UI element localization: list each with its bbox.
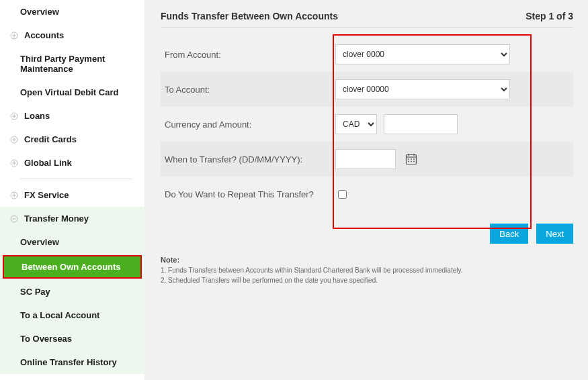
sidebar-item-label: Credit Cards — [24, 134, 77, 144]
svg-point-25 — [411, 161, 412, 162]
sidebar-item-label: To a Local Account — [20, 310, 99, 320]
label-repeat-transfer: Do You Want to Repeat This Transfer? — [161, 189, 335, 199]
plus-circle-icon — [9, 191, 19, 200]
date-input[interactable] — [335, 149, 396, 169]
row-from-account: From Account: clover 0000 — [161, 37, 573, 72]
sidebar-item-label: Third Party Payment Maintenance — [20, 54, 135, 74]
sidebar-separator — [20, 179, 132, 179]
main-content: Funds Transfer Between Own Accounts Step… — [144, 0, 588, 380]
sidebar-item-sc-pay[interactable]: SC Pay — [0, 280, 144, 303]
sidebar: Overview Accounts Third Party Payment Ma… — [0, 0, 144, 380]
currency-select[interactable]: CAD — [335, 114, 377, 134]
sidebar-item-tm-overview[interactable]: Overview — [0, 230, 144, 254]
sidebar-item-between-own-accounts[interactable]: Between Own Accounts — [3, 255, 142, 279]
row-when-transfer: When to Transfer? (DD/MM/YYYY): — [161, 142, 573, 177]
sidebar-item-open-vdc[interactable]: Open Virtual Debit Card — [0, 81, 144, 104]
next-button[interactable]: Next — [536, 224, 573, 244]
notes-block: Note: 1. Funds Transfers between Account… — [161, 256, 573, 284]
row-repeat-transfer: Do You Want to Repeat This Transfer? — [161, 177, 573, 211]
sidebar-item-label: Overview — [20, 7, 59, 17]
sidebar-transfer-section: Transfer Money Overview Between Own Acco… — [0, 207, 144, 374]
to-account-select[interactable]: clover 00000 — [335, 79, 510, 99]
sidebar-item-label: Loans — [24, 111, 50, 121]
note-line-2: 2. Scheduled Transfers will be performed… — [161, 277, 573, 284]
notes-title: Note: — [161, 256, 573, 264]
sidebar-item-label: Accounts — [24, 30, 64, 40]
minus-circle-icon — [9, 214, 19, 224]
back-button[interactable]: Back — [490, 224, 528, 244]
amount-input[interactable] — [384, 114, 458, 134]
svg-point-21 — [408, 158, 409, 160]
sidebar-item-overview[interactable]: Overview — [0, 0, 144, 23]
page-header: Funds Transfer Between Own Accounts Step… — [161, 11, 573, 28]
label-when-transfer: When to Transfer? (DD/MM/YYYY): — [161, 154, 335, 164]
sidebar-item-global-link[interactable]: Global Link — [0, 151, 144, 175]
sidebar-item-label: Global Link — [24, 158, 72, 168]
sidebar-item-credit-cards[interactable]: Credit Cards — [0, 128, 144, 151]
plus-circle-icon — [9, 158, 19, 168]
svg-point-23 — [413, 158, 415, 160]
repeat-checkbox[interactable] — [338, 190, 347, 199]
sidebar-item-loans[interactable]: Loans — [0, 104, 144, 128]
svg-point-24 — [408, 161, 409, 162]
sidebar-item-fx-service[interactable]: FX Service — [0, 183, 144, 207]
sidebar-item-label: Online Transfer History — [20, 357, 117, 367]
sidebar-item-label: To Overseas — [20, 334, 72, 344]
from-account-select[interactable]: clover 0000 — [335, 44, 510, 64]
sidebar-item-transfer-money[interactable]: Transfer Money — [0, 207, 144, 230]
note-line-1: 1. Funds Transfers between Accounts with… — [161, 267, 573, 274]
form-wrapper: From Account: clover 0000 To Account: cl… — [161, 37, 573, 211]
plus-circle-icon — [9, 135, 19, 144]
svg-point-26 — [413, 161, 415, 162]
sidebar-item-accounts[interactable]: Accounts — [0, 23, 144, 47]
label-currency-amount: Currency and Amount: — [161, 120, 335, 130]
plus-circle-icon — [9, 31, 19, 40]
sidebar-item-label: FX Service — [24, 190, 69, 200]
sidebar-item-to-overseas[interactable]: To Overseas — [0, 327, 144, 350]
page-title: Funds Transfer Between Own Accounts — [161, 11, 338, 21]
calendar-icon[interactable] — [403, 150, 420, 168]
sidebar-item-label: SC Pay — [20, 287, 50, 297]
sidebar-item-label: Open Virtual Debit Card — [20, 87, 118, 97]
sidebar-item-label: Overview — [20, 237, 59, 247]
row-to-account: To Account: clover 00000 — [161, 72, 573, 107]
sidebar-item-transfer-history[interactable]: Online Transfer History — [0, 350, 144, 374]
button-row: Back Next — [161, 224, 573, 244]
step-indicator: Step 1 of 3 — [526, 11, 573, 21]
row-currency-amount: Currency and Amount: CAD — [161, 107, 573, 142]
sidebar-item-to-local[interactable]: To a Local Account — [0, 303, 144, 327]
sidebar-item-label: Between Own Accounts — [22, 262, 121, 272]
plus-circle-icon — [9, 111, 19, 121]
sidebar-item-label: Transfer Money — [24, 213, 89, 224]
sidebar-item-third-party[interactable]: Third Party Payment Maintenance — [0, 47, 144, 81]
label-from-account: From Account: — [161, 50, 335, 60]
svg-point-22 — [411, 158, 412, 160]
label-to-account: To Account: — [161, 85, 335, 95]
